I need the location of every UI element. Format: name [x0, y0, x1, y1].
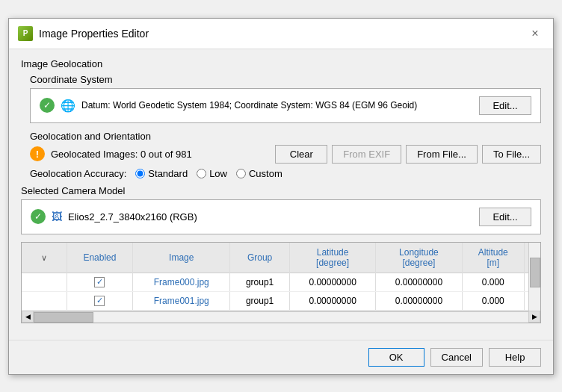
scroll-h-track[interactable] [34, 311, 528, 323]
geoloc-status-text: Geolocated Images: 0 out of 981 [51, 149, 269, 160]
scroll-right-arrow[interactable]: ▶ [528, 311, 540, 323]
accuracy-custom[interactable]: Custom [236, 168, 282, 179]
horizontal-scrollbar[interactable]: ◀ ▶ [22, 311, 540, 323]
camera-name-text: Elios2_2.7_3840x2160 (RGB) [68, 211, 473, 223]
warning-icon: ! [30, 146, 45, 161]
edit-coordinate-button[interactable]: Edit... [479, 96, 531, 115]
image-geolocation-label: Image Geolocation [21, 58, 541, 69]
bottom-bar: OK Cancel Help [9, 340, 553, 374]
scroll-left-arrow[interactable]: ◀ [22, 311, 34, 323]
row2-altitude: 0.000 [462, 291, 524, 310]
row1-collapse [22, 273, 67, 291]
col-group: Group [230, 243, 290, 273]
row1-altitude: 0.000 [462, 273, 524, 291]
coordinate-system-box: ✓ 🌐 Datum: World Geodetic System 1984; C… [30, 88, 541, 123]
edit-camera-button[interactable]: Edit... [479, 208, 531, 226]
image-table: ∨ Enabled Image Group Latitude[degree] L… [22, 243, 540, 311]
geoloc-buttons: Clear From EXIF From File... To File... [275, 145, 541, 164]
cancel-button[interactable]: Cancel [430, 348, 483, 367]
title-bar: P Image Properties Editor × [9, 19, 553, 49]
coordinate-system-label: Coordinate System [30, 74, 541, 85]
col-collapse[interactable]: ∨ [22, 243, 67, 273]
table-wrapper[interactable]: ∨ Enabled Image Group Latitude[degree] L… [22, 243, 540, 311]
accuracy-row: Geolocation Accuracy: Standard Low Custo… [30, 168, 541, 179]
camera-model-box: ✓ 🖼 Elios2_2.7_3840x2160 (RGB) Edit... [21, 199, 541, 234]
image-table-container: ∨ Enabled Image Group Latitude[degree] L… [21, 242, 541, 323]
row1-group: group1 [230, 273, 290, 291]
camera-model-label: Selected Camera Model [21, 185, 541, 196]
col-altitude: Altitude[m] [462, 243, 524, 273]
accuracy-low[interactable]: Low [197, 168, 227, 179]
row2-latitude: 0.00000000 [289, 291, 375, 310]
col-latitude: Latitude[degree] [289, 243, 375, 273]
col-image: Image [133, 243, 230, 273]
from-file-button[interactable]: From File... [406, 145, 478, 164]
to-file-button[interactable]: To File... [482, 145, 541, 164]
globe-icon: 🌐 [61, 99, 75, 113]
row1-enabled[interactable]: ✓ [67, 273, 133, 291]
check-icon: ✓ [40, 98, 55, 113]
row2-collapse [22, 291, 67, 310]
close-button[interactable]: × [526, 25, 544, 43]
checkbox-row1[interactable]: ✓ [94, 277, 105, 287]
table-row: ✓ Frame000.jpg group1 0.00000000 0.00000… [22, 273, 540, 291]
app-icon: P [18, 26, 33, 41]
ok-button[interactable]: OK [368, 348, 424, 367]
row2-image: Frame001.jpg [133, 291, 230, 310]
camera-type-icon: 🖼 [52, 211, 62, 223]
camera-check-icon: ✓ [31, 209, 46, 224]
row1-image: Frame000.jpg [133, 273, 230, 291]
row1-longitude: 0.00000000 [376, 273, 462, 291]
row2-longitude: 0.00000000 [376, 291, 462, 310]
vertical-scrollbar[interactable] [528, 243, 540, 311]
scroll-thumb-h[interactable] [34, 312, 93, 323]
checkbox-row2[interactable]: ✓ [94, 296, 105, 306]
dialog: P Image Properties Editor × Image Geoloc… [8, 18, 554, 375]
content-area: Image Geolocation Coordinate System ✓ 🌐 … [9, 49, 553, 340]
from-exif-button[interactable]: From EXIF [332, 145, 401, 164]
col-enabled: Enabled [67, 243, 133, 273]
coordinate-datum-text: Datum: World Geodetic System 1984; Coord… [81, 100, 473, 111]
accuracy-label: Geolocation Accuracy: [30, 168, 126, 179]
scroll-thumb-v[interactable] [530, 258, 540, 287]
col-longitude: Longitude[degree] [376, 243, 462, 273]
row2-group: group1 [230, 291, 290, 310]
collapse-icon[interactable]: ∨ [41, 253, 47, 262]
row1-latitude: 0.00000000 [289, 273, 375, 291]
geoloc-orientation-label: Geolocation and Orientation [30, 131, 541, 142]
accuracy-standard[interactable]: Standard [135, 168, 188, 179]
dialog-title: Image Properties Editor [39, 28, 149, 40]
title-bar-left: P Image Properties Editor [18, 26, 149, 41]
clear-button[interactable]: Clear [275, 145, 327, 164]
help-button[interactable]: Help [489, 348, 541, 367]
geoloc-status-row: ! Geolocated Images: 0 out of 981 Clear … [30, 145, 541, 164]
row2-enabled[interactable]: ✓ [67, 291, 133, 310]
table-row: ✓ Frame001.jpg group1 0.00000000 0.00000… [22, 291, 540, 310]
